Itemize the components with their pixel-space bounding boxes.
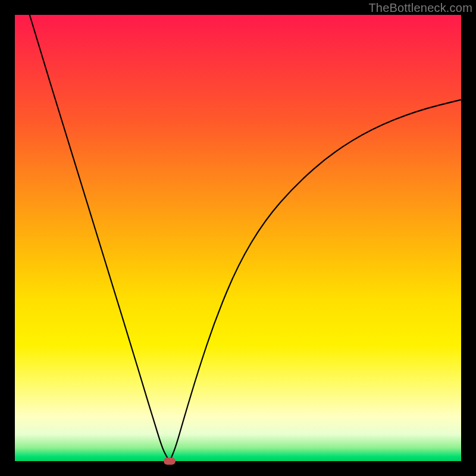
chart-frame: TheBottleneck.com <box>0 0 476 476</box>
plot-background <box>15 15 461 461</box>
attribution-label: TheBottleneck.com <box>368 1 472 15</box>
minimum-marker <box>164 458 176 465</box>
